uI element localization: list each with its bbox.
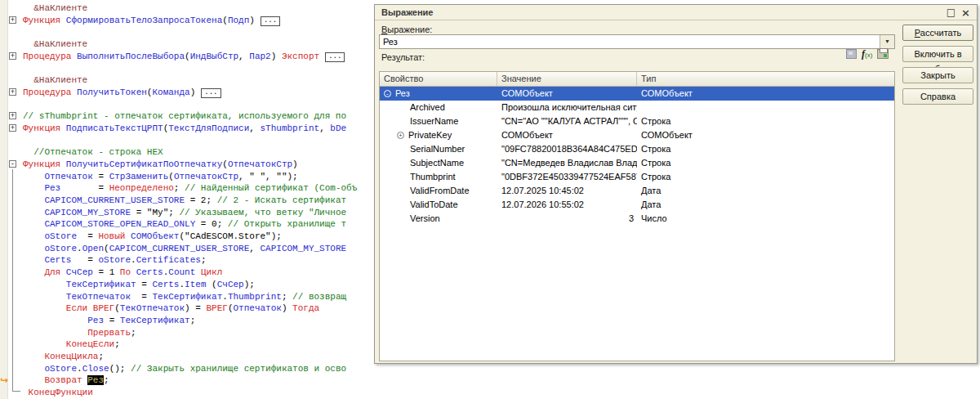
chevron-down-icon[interactable]: ▼ bbox=[880, 35, 894, 48]
code-token: = bbox=[93, 172, 109, 182]
code-token bbox=[23, 280, 66, 289]
type-cell: Строка bbox=[637, 142, 894, 156]
code-token bbox=[60, 267, 66, 277]
code-token: ТекСертификат bbox=[152, 292, 222, 302]
code-token: Отпечаток bbox=[44, 172, 92, 182]
fx-icon[interactable]: f(x) bbox=[862, 49, 872, 59]
fold-expand-icon[interactable]: + bbox=[9, 16, 16, 24]
table-row[interactable]: Thumbprint"0DBF372E450339477524EAF587F99… bbox=[380, 170, 894, 184]
column-header-property[interactable]: Свойство bbox=[380, 72, 497, 86]
include-in-watch-button[interactable]: Включить в табло bbox=[902, 46, 973, 62]
collapsed-code-icon[interactable]: ... bbox=[325, 52, 345, 62]
code-token: ); bbox=[271, 231, 282, 241]
fold-expand-icon[interactable]: + bbox=[9, 52, 16, 60]
code-token: ТекстДляПодписи bbox=[168, 123, 249, 133]
fold-expand-icon[interactable]: + bbox=[9, 88, 16, 96]
code-token: ) bbox=[292, 159, 298, 169]
code-line[interactable]: ↪ Возврат Рез; bbox=[0, 374, 980, 387]
code-token: КонецФункции bbox=[29, 388, 93, 397]
code-line[interactable]: КонецФункции bbox=[0, 387, 980, 399]
type-cell: Дата bbox=[637, 184, 894, 198]
code-token: ТекСертификат bbox=[66, 280, 136, 289]
property-name: Version bbox=[410, 212, 440, 226]
code-token: Рез bbox=[87, 375, 104, 385]
code-token bbox=[60, 123, 66, 133]
code-token: // sThumbprint - отпечаток сертификата, … bbox=[23, 111, 346, 121]
fold-collapse-icon[interactable]: - bbox=[9, 160, 16, 168]
code-token bbox=[23, 195, 44, 205]
table-row[interactable]: ValidFromDate12.07.2025 10:45:02Дата bbox=[380, 184, 894, 198]
code-token: = 0; bbox=[195, 219, 228, 229]
code-token: COMОбъект bbox=[131, 231, 179, 241]
result-table[interactable]: Свойство Значение Тип -РезСОМОбъектСОМОб… bbox=[379, 71, 895, 361]
code-token: Новый bbox=[98, 231, 125, 241]
code-token: ; bbox=[98, 352, 104, 361]
value-cell: "0DBF372E450339477524EAF587F99A8D141... bbox=[497, 170, 637, 184]
code-token: Тогда bbox=[292, 303, 319, 313]
code-token: Certs bbox=[152, 280, 179, 289]
property-name: ValidToDate bbox=[410, 198, 458, 212]
calculate-button[interactable]: Рассчитать bbox=[902, 25, 973, 41]
code-token: ) bbox=[190, 87, 196, 97]
close-button[interactable]: Закрыть bbox=[902, 67, 973, 83]
code-token: // возвращ bbox=[292, 292, 346, 302]
code-token bbox=[23, 316, 87, 325]
column-header-value[interactable]: Значение bbox=[497, 72, 637, 86]
code-token: Certificates bbox=[136, 255, 201, 265]
fold-expand-icon[interactable]: + bbox=[9, 124, 16, 132]
help-button[interactable]: Справка bbox=[902, 88, 973, 105]
table-row[interactable]: SubjectName"CN=Медведев Владислав Владис… bbox=[380, 156, 894, 170]
value-cell: 12.07.2026 10:55:02 bbox=[497, 198, 637, 212]
collapsed-code-icon[interactable]: ... bbox=[201, 88, 220, 98]
code-token bbox=[23, 219, 44, 229]
expression-input[interactable]: Рез ▼ bbox=[379, 34, 895, 49]
value-cell: СОМОбъект bbox=[497, 87, 637, 101]
fold-expand-icon[interactable]: + bbox=[9, 112, 16, 119]
collapsed-code-icon[interactable]: ... bbox=[261, 16, 280, 26]
close-icon[interactable]: × bbox=[960, 7, 972, 19]
value-cell: "CN="АО ""КАЛУГА АСТРАЛ""", О="АО ""К... bbox=[497, 114, 637, 128]
result-table-header: Свойство Значение Тип bbox=[380, 72, 894, 87]
code-token bbox=[23, 75, 33, 85]
property-cell: ValidToDate bbox=[380, 198, 497, 212]
table-row[interactable]: -РезСОМОбъектСОМОбъект bbox=[380, 87, 894, 101]
code-token: ; bbox=[174, 183, 185, 193]
code-token: . bbox=[77, 244, 82, 253]
code-token: ( bbox=[206, 280, 216, 289]
code-token: // Указываем, что ветку "Личное bbox=[179, 208, 346, 217]
result-toolbar: f(x) bbox=[846, 47, 889, 60]
collapse-node-icon[interactable]: - bbox=[384, 90, 391, 97]
code-token: // 2 - Искать сертификат bbox=[217, 195, 346, 205]
print-result-icon[interactable] bbox=[877, 49, 889, 59]
code-token: = bbox=[104, 316, 120, 325]
expression-value[interactable]: Рез bbox=[383, 37, 398, 47]
property-name: Archived bbox=[410, 101, 445, 114]
expand-node-icon[interactable]: + bbox=[397, 132, 404, 139]
code-token: Функция bbox=[23, 159, 60, 169]
table-row[interactable]: Version3Число bbox=[380, 212, 894, 226]
copy-value-icon[interactable] bbox=[846, 49, 857, 59]
code-token: , bbox=[319, 123, 330, 133]
table-row[interactable]: SerialNumber"09FC78820018B364A84C475EDFD… bbox=[380, 142, 894, 156]
code-token: Certs bbox=[136, 267, 163, 277]
maximize-icon[interactable]: □ bbox=[945, 7, 957, 19]
code-token: ; bbox=[114, 339, 120, 349]
code-token: Команда bbox=[152, 87, 189, 97]
code-token bbox=[23, 352, 44, 361]
code-token: ВыполнитьПослеВыбора bbox=[77, 52, 185, 61]
code-token: ТекОтпечаток bbox=[66, 292, 131, 302]
code-token: ТекСертификат bbox=[120, 316, 190, 325]
code-token bbox=[23, 364, 44, 374]
table-row[interactable]: IssuerName"CN="АО ""КАЛУГА АСТРАЛ""", О=… bbox=[380, 114, 894, 128]
column-header-type[interactable]: Тип bbox=[637, 72, 894, 86]
code-token: &НаКлиенте bbox=[33, 3, 87, 13]
code-token: Цикл bbox=[201, 267, 222, 277]
table-row[interactable]: ValidToDate12.07.2026 10:55:02Дата bbox=[380, 198, 894, 212]
code-token: Если bbox=[66, 303, 87, 313]
property-name: SerialNumber bbox=[410, 142, 465, 156]
table-row[interactable]: +PrivateKeyСОМОбъектСОМОбъект bbox=[380, 128, 894, 142]
value-cell: "09FC78820018B364A84C475EDFD8FF9C43" bbox=[497, 142, 637, 156]
code-line[interactable]: oStore.Close(); // Закрыть хранилище сер… bbox=[0, 363, 980, 375]
table-row[interactable]: ArchivedПроизошла исключительная ситуаци… bbox=[380, 101, 894, 114]
fold-region-line-end bbox=[12, 391, 20, 392]
